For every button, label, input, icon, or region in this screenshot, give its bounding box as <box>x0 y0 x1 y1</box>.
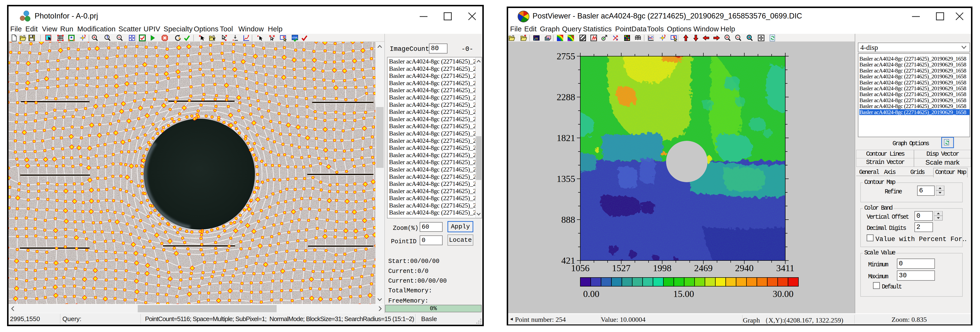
svg-text:m: m <box>535 36 538 40</box>
svg-text:HTML: HTML <box>292 36 298 39</box>
